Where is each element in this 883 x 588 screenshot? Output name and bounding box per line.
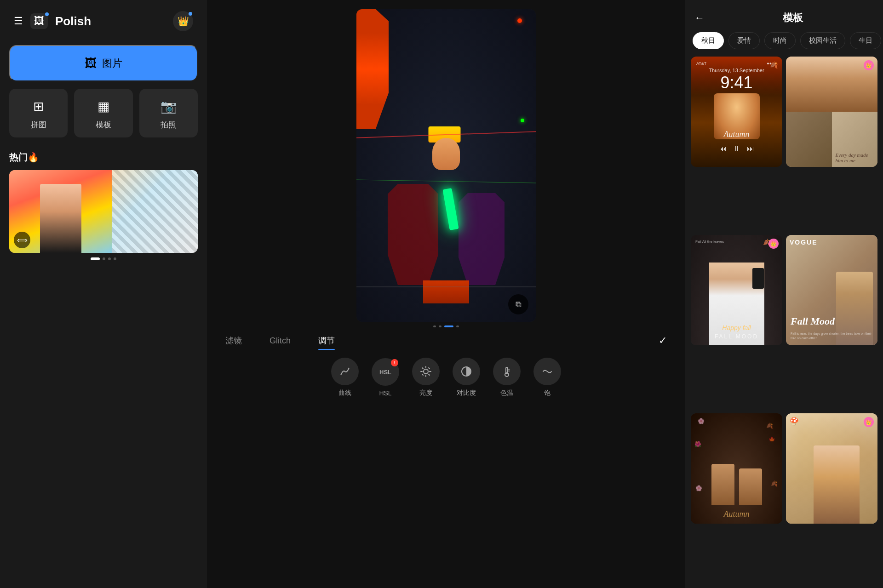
hot-img-right <box>112 170 198 253</box>
tool-hsl[interactable]: HSL ! HSL <box>372 358 399 397</box>
logo-icon[interactable]: 🖼 <box>30 13 48 29</box>
cat-tab-campus[interactable]: 校园生活 <box>800 32 845 49</box>
tool-brightness[interactable]: 亮度 <box>412 358 440 397</box>
curve-icon-wrap <box>331 358 359 385</box>
premium-button[interactable]: 👑 <box>173 11 193 31</box>
right-header: ← 模板 <box>685 0 883 32</box>
tool-contrast[interactable]: 对比度 <box>453 358 480 397</box>
template-label: 模板 <box>96 120 111 130</box>
crown-icon: 👑 <box>178 16 189 27</box>
menu-icon[interactable]: ☰ <box>14 15 23 27</box>
dot-1 <box>91 257 100 260</box>
hsl-text: HSL <box>379 369 391 376</box>
saturation-icon-wrap <box>533 358 561 385</box>
temperature-icon <box>501 365 513 377</box>
tpl-5-kids <box>711 464 762 505</box>
template-icon: ▦ <box>97 99 109 114</box>
puzzle-card[interactable]: ⊞ 拼图 <box>9 89 68 137</box>
brightness-label: 亮度 <box>419 389 432 397</box>
tab-adjust[interactable]: 调节 <box>318 335 335 350</box>
flower-1: 🌸 <box>698 418 705 424</box>
template-card-6[interactable]: 👑 🍄 <box>786 413 877 524</box>
cat-tab-birthday[interactable]: 生日 <box>850 32 881 49</box>
hot-image[interactable]: ⟺ <box>9 170 198 253</box>
green-dot-mid <box>521 119 524 122</box>
tpl-6-crown-badge: 👑 <box>864 417 874 427</box>
templates-grid: AT&T●●●● Thursday, 13 September 9:41 🍂 A… <box>685 57 883 588</box>
right-panel: ← 模板 秋日 爱情 时尚 校园生活 生日 赛场 AT&T●●●● Thursd… <box>685 0 883 588</box>
template-card-1[interactable]: AT&T●●●● Thursday, 13 September 9:41 🍂 A… <box>691 57 782 167</box>
glitch-line-green <box>356 180 536 183</box>
right-title: 模板 <box>712 11 874 25</box>
contrast-icon <box>460 365 472 377</box>
hot-image-content <box>9 170 198 253</box>
tpl-5-text: Autumn <box>724 509 750 519</box>
tab-glitch[interactable]: Glitch <box>269 336 291 349</box>
tpl-2-top: 👑 <box>786 57 877 112</box>
tpl-2-bottom: Every day made him to me <box>786 112 877 167</box>
template-card-3[interactable]: Fall All the leaves 🍂🍁 Happy fall FALL M… <box>691 235 782 345</box>
template-card-4[interactable]: VOGUE Fall Mood Fall is near, the days g… <box>786 235 877 345</box>
tpl-5-bg: 🌸 🍂 🌺 🍁 🌸 🍂 Autumn <box>691 413 782 524</box>
app-title: Polish <box>55 14 166 29</box>
tab-filters[interactable]: 滤镜 <box>225 335 242 350</box>
svg-line-6 <box>429 374 430 375</box>
tpl-4-bg: VOGUE Fall Mood Fall is near, the days g… <box>786 235 877 345</box>
tool-curve[interactable]: 曲线 <box>331 358 359 397</box>
tool-saturation[interactable]: 饱 <box>533 358 561 397</box>
back-button[interactable]: ← <box>694 12 705 24</box>
picture-button[interactable]: 🖼 图片 <box>9 45 198 81</box>
middle-panel: ⧉ 滤镜 Glitch 调节 ✓ 曲线 HSL ! HSL <box>207 0 685 588</box>
template-card-2[interactable]: 👑 Every day made him to me <box>786 57 877 167</box>
camera-card[interactable]: 📷 拍照 <box>139 89 198 137</box>
glitch-scene <box>356 9 536 322</box>
svg-line-5 <box>422 368 423 369</box>
tpl-1-status: AT&T●●●● <box>696 61 777 66</box>
tpl-1-top: AT&T●●●● Thursday, 13 September 9:41 <box>691 57 782 95</box>
confirm-button[interactable]: ✓ <box>659 335 667 350</box>
flower-5: 🌸 <box>695 485 702 491</box>
tpl-6-girl <box>814 445 860 524</box>
tpl-3-bottom-text: Happy fall <box>722 324 751 331</box>
cat-tab-fashion[interactable]: 时尚 <box>764 32 796 49</box>
svg-point-0 <box>424 369 428 374</box>
toolbar-tabs: 滤镜 Glitch 调节 ✓ <box>207 327 685 350</box>
puzzle-label: 拼图 <box>31 120 46 130</box>
dot-3 <box>108 257 111 260</box>
tpl-1-date: Thursday, 13 September <box>696 68 777 73</box>
bottom-dots <box>9 257 198 260</box>
svg-line-8 <box>422 374 423 375</box>
flower-4: 🍁 <box>768 436 775 443</box>
hsl-badge: ! <box>391 359 398 366</box>
tpl-3-bg: Fall All the leaves 🍂🍁 Happy fall FALL M… <box>691 235 782 345</box>
template-card-5[interactable]: 🌸 🍂 🌺 🍁 🌸 🍂 Autumn <box>691 413 782 524</box>
cat-tab-love[interactable]: 爱情 <box>728 32 760 49</box>
tpl-2-crown-badge: 👑 <box>864 60 874 70</box>
notification-dot <box>45 12 49 16</box>
tpl-5-kid-2 <box>739 468 762 505</box>
tools-row: 曲线 HSL ! HSL <box>317 350 575 406</box>
hot-person <box>40 184 81 253</box>
figure-main <box>356 9 389 129</box>
camera-icon: 📷 <box>161 99 177 114</box>
figure-head <box>432 138 460 170</box>
left-panel: ☰ 🖼 Polish 👑 🖼 图片 ⊞ 拼图 ▦ 模板 📷 拍照 热门🔥 <box>0 0 207 588</box>
next-btn: ⏭ <box>747 145 754 153</box>
contrast-label: 对比度 <box>457 389 476 397</box>
category-tabs: 秋日 爱情 时尚 校园生活 生日 赛场 <box>685 32 883 57</box>
code-icon[interactable]: ⟺ <box>14 232 30 248</box>
tpl-5-kid-1 <box>711 464 734 505</box>
tpl-4-title: Fall Mood <box>791 316 835 327</box>
figure-legs <box>423 280 469 303</box>
template-card[interactable]: ▦ 模板 <box>74 89 132 137</box>
hot-title: 热门🔥 <box>9 151 198 164</box>
dot-2 <box>103 257 105 260</box>
compare-button[interactable]: ⧉ <box>508 294 528 314</box>
tpl-4-subtitle: Fall is near, the days grow shorter, the… <box>791 331 873 341</box>
tpl-4-vogue: VOGUE <box>790 239 818 246</box>
tool-temperature[interactable]: 色温 <box>493 358 521 397</box>
cat-tab-autumn[interactable]: 秋日 <box>693 32 724 49</box>
tpl-1-leaves: 🍂 <box>770 61 778 69</box>
flower-3: 🌺 <box>694 441 701 447</box>
dot-4 <box>114 257 116 260</box>
